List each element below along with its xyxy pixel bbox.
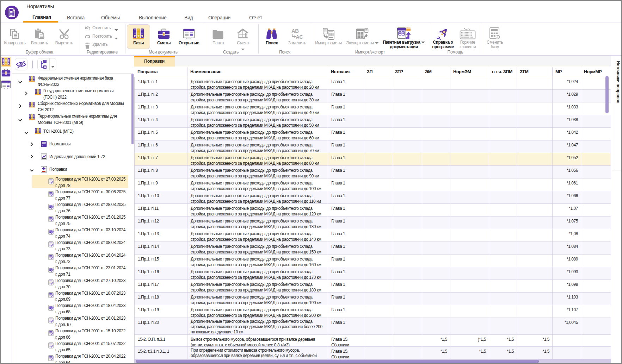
svg-text:AB: AB <box>291 28 299 34</box>
svg-text:AC: AC <box>296 34 303 39</box>
